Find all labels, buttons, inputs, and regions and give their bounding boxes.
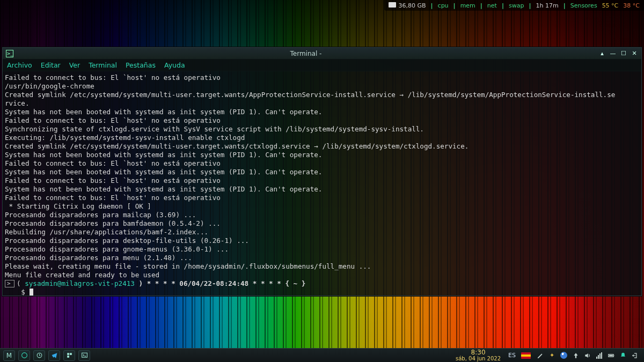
separator: |: [431, 2, 433, 9]
svg-rect-2: [67, 353, 69, 355]
separator: |: [480, 2, 482, 9]
terminal-line: rvice.: [5, 99, 30, 107]
menubar: Archivo Editar Ver Terminal Pestañas Ayu…: [3, 60, 641, 71]
terminal-line: Menu file created and ready to be used: [5, 271, 159, 279]
disk-icon: [389, 2, 396, 8]
terminal-line: Failed to connect to bus: El `host' no e…: [5, 194, 221, 202]
svg-point-0: [21, 353, 27, 358]
swap-indicator[interactable]: swap: [509, 2, 524, 9]
maximize-button[interactable]: ☐: [620, 50, 627, 57]
net-indicator[interactable]: net: [487, 2, 497, 9]
globe-icon[interactable]: [560, 351, 568, 359]
menu-pestanas[interactable]: Pestañas: [126, 61, 156, 69]
terminal-app-icon: >_: [6, 50, 13, 57]
separator: |: [453, 2, 456, 9]
temperature-b: 38 °C: [623, 2, 640, 9]
shade-button[interactable]: ▴: [598, 50, 606, 57]
terminal-line: Created symlink /etc/systemd/system/mult…: [5, 142, 469, 150]
terminal-line: Synchronizing state of ctxlogd.service w…: [5, 125, 424, 133]
terminal-line: System has not been booted with systemd …: [5, 168, 322, 176]
terminal-line: Created symlink /etc/systemd/system/mult…: [5, 91, 615, 99]
taskbar-app-files[interactable]: [63, 350, 75, 361]
svg-rect-5: [82, 353, 87, 357]
terminal-line: Failed to connect to bus: El `host' no e…: [5, 116, 221, 124]
taskbar: M 8:30 sáb, 04 jun 2022 ES ✦: [0, 348, 644, 362]
menu-ver[interactable]: Ver: [69, 61, 80, 69]
terminal-line: Rebuilding /usr/share/applications/bamf-…: [5, 228, 208, 236]
svg-rect-8: [609, 354, 612, 356]
prompt-rest: ) * * * * 06/04/22-08:24:48 * * * * { ~ …: [135, 279, 305, 287]
terminal-body[interactable]: Failed to connect to bus: El `host' no e…: [3, 71, 641, 295]
cursor: [30, 289, 33, 295]
minimize-button[interactable]: —: [609, 50, 617, 57]
svg-rect-4: [67, 356, 69, 358]
terminal-line: * Starting Citrix Log daemon [ OK ]: [5, 202, 151, 210]
terminal-line: Failed to connect to bus: El `host' no e…: [5, 176, 221, 184]
sparkle-icon[interactable]: ✦: [548, 351, 556, 359]
prompt-icon: [5, 280, 14, 287]
terminal-line: Procesando disparadores para mailcap (3.…: [5, 211, 196, 219]
menu-terminal[interactable]: Terminal: [89, 61, 117, 69]
menu-archivo[interactable]: Archivo: [7, 61, 32, 69]
logout-icon[interactable]: [631, 351, 639, 359]
sensors-label[interactable]: Sensores: [570, 2, 597, 9]
taskbar-app-clock[interactable]: [33, 350, 45, 361]
prompt-user: sysadmin@milagros-vit-p2413: [25, 279, 135, 287]
mem-indicator[interactable]: mem: [460, 2, 475, 9]
flag-spain-icon[interactable]: [521, 352, 531, 359]
taskbar-app-vortex[interactable]: [18, 350, 30, 361]
volume-icon[interactable]: [583, 351, 591, 359]
terminal-line: System has not been booted with systemd …: [5, 185, 322, 193]
temperature-a: 55 °C: [602, 2, 619, 9]
taskbar-clock[interactable]: 8:30 sáb, 04 jun 2022: [453, 350, 503, 361]
menu-ayuda[interactable]: Ayuda: [164, 61, 185, 69]
separator: |: [502, 2, 504, 9]
disk-indicator[interactable]: 36,80 GB: [389, 2, 426, 9]
prompt-dollar: $: [5, 288, 30, 295]
terminal-line: System has not been booted with systemd …: [5, 108, 322, 116]
terminal-line: Procesando disparadores para desktop-fil…: [5, 237, 249, 245]
taskbar-app-terminal[interactable]: [78, 350, 90, 361]
terminal-line: Procesando disparadores para bamfdaemon …: [5, 219, 221, 227]
taskbar-menu-button[interactable]: M: [3, 350, 15, 361]
uptime-indicator: 1h 17m: [536, 2, 558, 9]
disk-size: 36,80 GB: [398, 2, 426, 9]
battery-icon[interactable]: [607, 351, 615, 359]
terminal-line: Failed to connect to bus: El `host' no e…: [5, 73, 221, 82]
svg-rect-3: [70, 353, 72, 355]
clock-time: 8:30: [456, 350, 501, 356]
terminal-line: Please wait, creating menu file - stored…: [5, 262, 371, 270]
separator: |: [529, 2, 531, 9]
terminal-window[interactable]: >_ Terminal - ▴ — ☐ ✕ Archivo Editar Ver…: [2, 47, 642, 296]
terminal-line: Failed to connect to bus: El `host' no e…: [5, 159, 221, 167]
taskbar-app-telegram[interactable]: [48, 350, 60, 361]
terminal-line: /usr/bin/google-chrome: [5, 82, 94, 90]
top-panel: 36,80 GB | cpu | mem | net | swap | 1h 1…: [384, 0, 644, 11]
clock-date: sáb, 04 jun 2022: [456, 356, 501, 361]
up-arrow-icon[interactable]: [572, 351, 580, 359]
svg-rect-7: [613, 354, 614, 356]
terminal-line: Procesando disparadores para menu (2.1.4…: [5, 254, 192, 262]
terminal-line: Executing: /lib/systemd/systemd-sysv-ins…: [5, 134, 245, 142]
titlebar[interactable]: >_ Terminal - ▴ — ☐ ✕: [3, 48, 641, 60]
terminal-line: System has not been booted with systemd …: [5, 151, 322, 159]
keyboard-layout[interactable]: ES: [506, 352, 518, 359]
window-title: Terminal -: [17, 50, 595, 57]
system-tray: ✦: [534, 351, 641, 359]
pen-icon[interactable]: [536, 351, 544, 359]
close-button[interactable]: ✕: [631, 50, 638, 57]
menu-editar[interactable]: Editar: [41, 61, 61, 69]
terminal-line: Procesando disparadores para gnome-menus…: [5, 245, 229, 253]
cpu-indicator[interactable]: cpu: [438, 2, 449, 9]
bell-icon[interactable]: [619, 351, 627, 359]
separator: |: [564, 2, 566, 9]
equalizer-icon[interactable]: [595, 351, 603, 359]
